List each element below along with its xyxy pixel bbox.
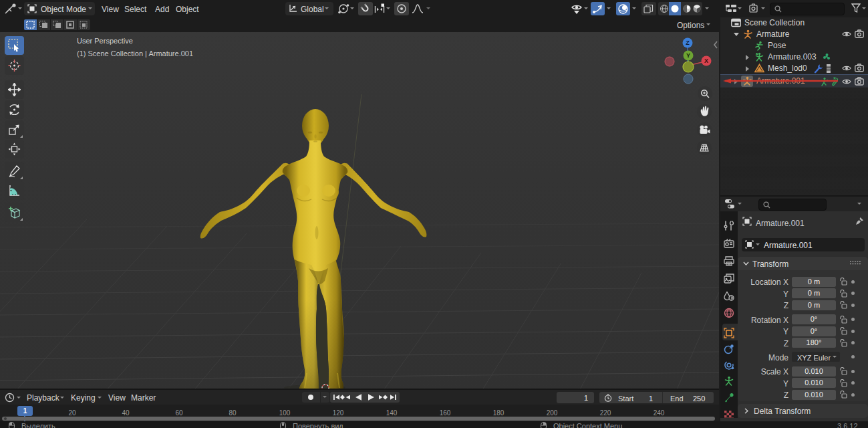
svg-text:Z: Z bbox=[686, 39, 690, 46]
svg-text:X: X bbox=[704, 58, 708, 64]
svg-text:Y: Y bbox=[686, 52, 690, 59]
